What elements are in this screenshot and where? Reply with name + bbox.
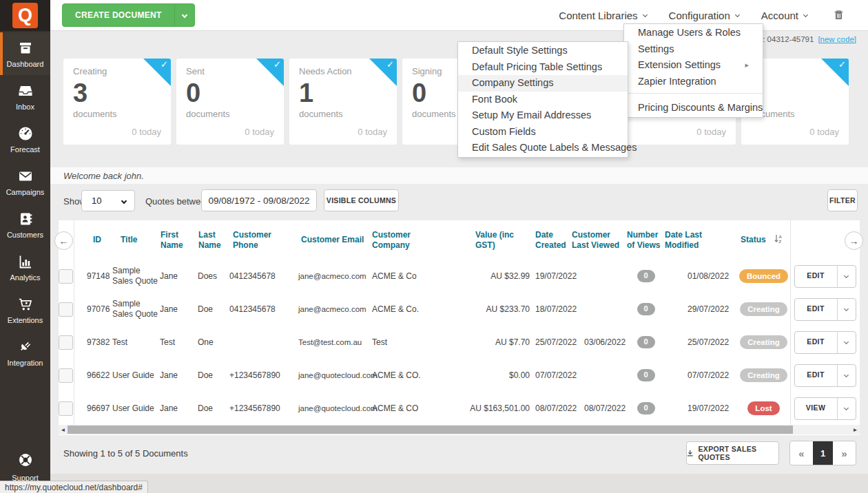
col-header-value[interactable]: Value (inc GST) (446, 230, 535, 251)
visible-columns-button[interactable]: VISIBLE COLUMNS (324, 189, 399, 211)
col-header-number-of-views[interactable]: Number of Views (627, 230, 665, 251)
row-action-caret[interactable] (837, 332, 856, 353)
settings-menu-item[interactable]: Company Settings (458, 75, 628, 92)
row-action-main[interactable]: VIEW (795, 398, 837, 419)
settings-menu-item[interactable]: Setup My Email Addresses (458, 107, 628, 124)
cell-actions: EDIT (790, 298, 860, 321)
sidebar-item[interactable]: Inbox (0, 75, 50, 118)
card-today: 0 today (132, 127, 161, 137)
scrollbar-thumb[interactable] (68, 426, 793, 434)
table-header-row: ID Title First Name Last Name Customer P… (74, 220, 860, 260)
showing-summary: Showing 1 to 5 of 5 Documents (63, 448, 188, 459)
sidebar-item[interactable]: Forecast (0, 118, 50, 160)
menu-item-label: Custom Fields (472, 127, 536, 138)
col-header-status[interactable]: Status AZ (737, 233, 790, 246)
row-action-main[interactable]: EDIT (795, 299, 837, 320)
row-checkbox[interactable] (59, 368, 73, 383)
cell-customer-last-viewed: 08/07/2022 (572, 403, 627, 414)
sort-alpha-icon[interactable]: AZ (774, 233, 783, 246)
status-card[interactable]: ✓ Needs Action 1 documents 0 today (289, 59, 397, 145)
create-document-button[interactable]: CREATE DOCUMENT (62, 3, 195, 27)
row-checkbox-cell (59, 293, 74, 326)
configuration-menu-item[interactable]: Extension Settings ▸ (624, 57, 763, 74)
row-action-main[interactable]: EDIT (795, 365, 837, 386)
settings-menu-item[interactable]: Default Style Settings (458, 43, 628, 59)
status-card[interactable]: ✓ Sent 0 documents 0 today (176, 59, 284, 145)
row-action-main[interactable]: EDIT (795, 266, 837, 287)
settings-menu-item[interactable]: Default Pricing Table Settings (458, 59, 628, 76)
page-size-select[interactable]: 10 (81, 190, 135, 211)
chevron-down-icon (803, 12, 808, 17)
sidebar-item[interactable]: Campaigns (0, 160, 50, 203)
sidebar-item[interactable]: Dashboard (0, 32, 50, 75)
sidebar-item-label: Inbox (16, 103, 34, 111)
cell-first-name: Jane (160, 370, 198, 381)
configuration-menu-item[interactable]: Zapier Integration ▸ (624, 74, 763, 94)
scrollbar-right-arrow[interactable]: ► (851, 425, 860, 434)
sidebar-item[interactable]: Analytics (0, 246, 50, 289)
scrollbar-left-arrow[interactable]: ◄ (59, 425, 68, 434)
row-checkbox[interactable] (59, 302, 73, 317)
top-nav-menu[interactable]: Configuration (669, 10, 739, 21)
sidebar-item[interactable]: Customers (0, 203, 50, 246)
quotecloud-logo[interactable]: Q (12, 3, 38, 28)
sidebar-item[interactable]: Integration (0, 331, 50, 374)
chevron-down-icon (844, 339, 849, 344)
status-card[interactable]: ✓ Creating 3 documents 0 today (63, 59, 171, 145)
cell-date-last-modified: 29/07/2022 (665, 304, 737, 315)
views-count-badge: 0 (637, 270, 655, 282)
col-header-title[interactable]: Title (112, 235, 160, 245)
row-checkbox[interactable] (59, 335, 73, 350)
row-action-main[interactable]: EDIT (795, 332, 837, 353)
col-header-first-name[interactable]: First Name (160, 230, 198, 251)
configuration-menu-item[interactable]: Manage Users & Roles ▸ (624, 25, 763, 41)
menu-item-label: Default Pricing Table Settings (472, 62, 602, 73)
columns-scroll-right-button[interactable]: → (845, 231, 863, 250)
chevron-down-icon (844, 306, 849, 311)
card-today: 0 today (809, 127, 839, 137)
pagination-prev-button[interactable]: « (790, 441, 813, 465)
create-document-caret[interactable] (174, 4, 194, 26)
export-sales-quotes-button[interactable]: EXPORT SALES QUOTES (686, 441, 779, 465)
row-action-caret[interactable] (837, 266, 856, 287)
col-header-customer-phone[interactable]: Customer Phone (229, 230, 298, 251)
trash-icon[interactable] (833, 8, 845, 24)
card-unit: documents (73, 109, 161, 119)
configuration-menu-item[interactable]: Pricing Discounts & Margins ▸ (624, 100, 763, 116)
row-action-caret[interactable] (837, 365, 856, 386)
date-range-input[interactable]: 09/08/1972 - 09/08/2022 (201, 189, 317, 211)
settings-menu-item[interactable]: Font Book (458, 92, 628, 108)
pagination-page-1[interactable]: 1 (813, 441, 833, 465)
configuration-menu-item[interactable]: Settings ▸ (624, 41, 763, 58)
col-header-date-created[interactable]: Date Created (535, 230, 572, 251)
new-code-link[interactable]: [new code] (818, 35, 856, 43)
row-action-caret[interactable] (837, 299, 856, 320)
col-header-id[interactable]: ID (74, 235, 112, 245)
columns-scroll-left-button[interactable]: ← (54, 231, 73, 250)
top-nav-menu[interactable]: Content Libraries (559, 10, 646, 21)
col-header-customer-last-viewed[interactable]: Customer Last Viewed (572, 230, 627, 251)
settings-menu-item[interactable]: Edit Sales Quote Labels & Messages (458, 140, 628, 156)
col-header-customer-company[interactable]: Customer Company (372, 230, 446, 251)
row-checkbox[interactable] (59, 401, 73, 416)
sidebar-item[interactable]: Extentions (0, 289, 50, 331)
filter-button[interactable]: FILTER (827, 189, 858, 211)
col-header-customer-email[interactable]: Customer Email (298, 235, 372, 245)
cell-value: AU $233.70 (446, 304, 535, 315)
cell-actions: EDIT (790, 364, 860, 387)
sidebar-item-label: Dashboard (7, 60, 44, 68)
row-action-caret[interactable] (837, 398, 856, 419)
cell-date-last-modified: 07/07/2022 (665, 370, 737, 381)
cell-date-created: 19/07/2022 (535, 271, 572, 282)
top-nav-label: Content Libraries (559, 10, 637, 21)
documents-table: ID Title First Name Last Name Customer P… (59, 220, 860, 435)
col-header-last-name[interactable]: Last Name (198, 230, 229, 251)
settings-menu-item[interactable]: Custom Fields (458, 124, 628, 140)
cell-date-created: 25/07/2022 (535, 337, 572, 348)
pagination-next-button[interactable]: » (833, 441, 856, 465)
top-nav-menu[interactable]: Account (761, 10, 807, 21)
cell-date-last-modified: 25/07/2022 (665, 337, 737, 348)
row-checkbox-cell (59, 260, 74, 293)
col-header-date-last-modified[interactable]: Date Last Modified (665, 230, 737, 251)
row-checkbox[interactable] (59, 269, 73, 284)
